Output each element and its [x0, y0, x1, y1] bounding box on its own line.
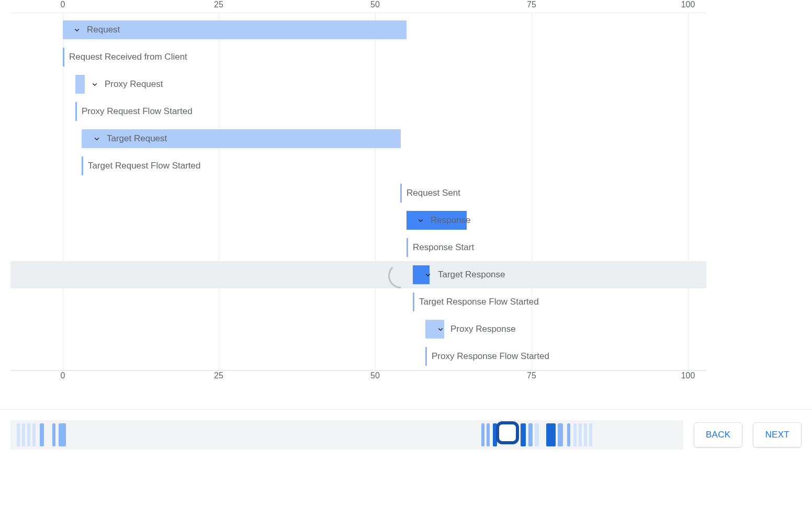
row-response[interactable]: Response — [10, 207, 706, 234]
row-label: Proxy Response — [450, 324, 516, 334]
row-target-response[interactable]: Target Response — [10, 261, 706, 288]
chevron-down-icon — [92, 134, 102, 143]
row-label: Proxy Response Flow Started — [432, 351, 549, 362]
row-target-request-flow[interactable]: Target Request Flow Started — [10, 152, 706, 180]
footer-toolbar: BACK NEXT — [0, 409, 812, 470]
row-label: Response — [431, 215, 471, 226]
back-button[interactable]: BACK — [694, 422, 743, 447]
row-proxy-response-flow[interactable]: Proxy Response Flow Started — [10, 343, 706, 370]
row-target-response-flow[interactable]: Target Response Flow Started — [10, 288, 706, 316]
chevron-down-icon — [436, 324, 445, 334]
axis-tick: 75 — [527, 371, 536, 380]
row-label: Target Request Flow Started — [88, 161, 200, 171]
chevron-down-icon — [90, 80, 99, 89]
row-proxy-request[interactable]: Proxy Request — [10, 71, 706, 98]
axis-tick: 50 — [370, 371, 380, 380]
bracket-cursor-icon — [388, 263, 401, 288]
chevron-down-icon — [423, 270, 433, 279]
row-label: Response Start — [413, 242, 474, 253]
axis-tick: 0 — [61, 371, 65, 380]
row-label: Request — [87, 25, 120, 35]
minimap-scrubber[interactable] — [496, 421, 519, 444]
row-label: Request Received from Client — [69, 52, 187, 62]
row-label: Target Response — [438, 270, 505, 280]
axis-top: 0 25 50 75 100 — [10, 0, 706, 13]
axis-tick: 0 — [61, 0, 65, 9]
minimap[interactable] — [10, 420, 683, 450]
chevron-down-icon — [416, 216, 425, 225]
row-request-sent[interactable]: Request Sent — [10, 180, 706, 207]
axis-tick: 50 — [370, 0, 380, 9]
axis-tick: 75 — [527, 0, 536, 9]
row-request[interactable]: Request — [10, 16, 706, 43]
row-request-received[interactable]: Request Received from Client — [10, 43, 706, 71]
axis-tick: 100 — [681, 371, 695, 380]
row-label: Request Sent — [407, 188, 460, 198]
row-response-start[interactable]: Response Start — [10, 234, 706, 261]
row-label: Proxy Request Flow Started — [82, 106, 193, 117]
axis-tick: 100 — [681, 0, 695, 9]
row-label: Target Response Flow Started — [419, 297, 539, 307]
next-button[interactable]: NEXT — [753, 422, 802, 447]
row-label: Target Request — [107, 133, 167, 144]
axis-tick: 25 — [214, 371, 223, 380]
axis-bottom: 0 25 50 75 100 — [10, 371, 706, 383]
trace-timeline: 0 25 50 75 100 Request Reques — [10, 0, 706, 383]
row-proxy-response[interactable]: Proxy Response — [10, 316, 706, 343]
chevron-down-icon — [72, 25, 82, 35]
row-label: Proxy Request — [105, 79, 163, 89]
row-target-request[interactable]: Target Request — [10, 125, 706, 152]
timeline-rows: Request Request Received from Client Pro… — [10, 13, 706, 371]
row-proxy-request-flow[interactable]: Proxy Request Flow Started — [10, 98, 706, 125]
axis-tick: 25 — [214, 0, 223, 9]
